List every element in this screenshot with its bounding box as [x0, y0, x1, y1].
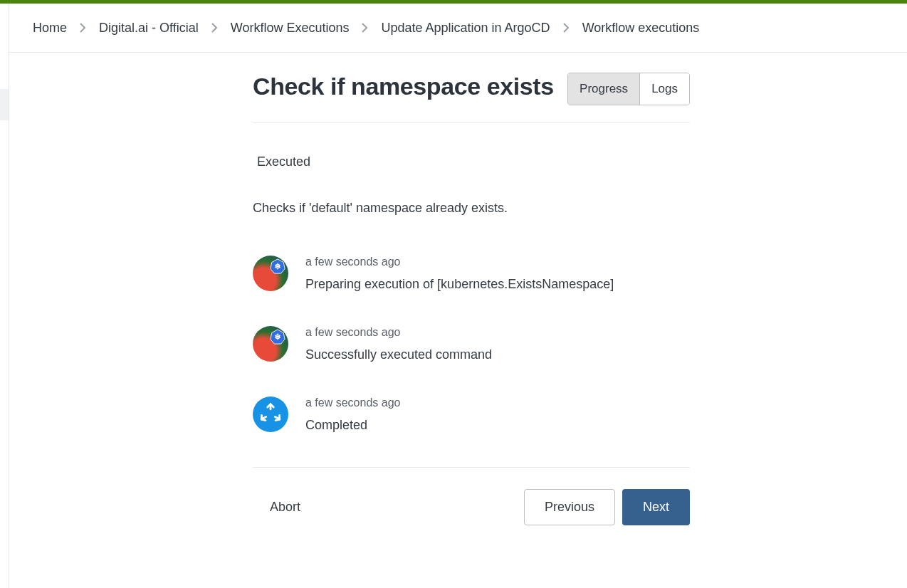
breadcrumb-workflow-executions[interactable]: Workflow Executions	[231, 21, 350, 36]
next-button[interactable]: Next	[622, 489, 690, 525]
log-item: a few seconds ago Preparing execution of…	[253, 256, 690, 292]
kubernetes-icon	[253, 256, 288, 291]
footer-actions: Abort Previous Next	[253, 467, 690, 525]
log-item-body: a few seconds ago Preparing execution of…	[305, 256, 614, 292]
abort-button[interactable]: Abort	[270, 500, 300, 515]
chevron-right-icon	[80, 23, 86, 33]
log-timestamp: a few seconds ago	[305, 256, 614, 268]
breadcrumb-digitalai[interactable]: Digital.ai - Official	[99, 21, 199, 36]
breadcrumb-current[interactable]: Workflow executions	[582, 21, 700, 36]
breadcrumb-home[interactable]: Home	[33, 21, 67, 36]
log-timestamp: a few seconds ago	[305, 397, 400, 409]
nav-buttons: Previous Next	[524, 489, 690, 525]
chevron-right-icon	[211, 23, 218, 33]
left-rail-active-indicator	[0, 89, 9, 120]
completed-icon	[253, 397, 288, 432]
chevron-right-icon	[362, 23, 368, 33]
status-description: Checks if 'default' namespace already ex…	[253, 201, 690, 216]
log-item: a few seconds ago Completed	[253, 397, 690, 433]
log-timestamp: a few seconds ago	[305, 326, 492, 339]
kubernetes-icon	[253, 326, 288, 362]
view-tabs: Progress Logs	[567, 73, 690, 105]
log-item-body: a few seconds ago Completed	[305, 397, 400, 433]
previous-button[interactable]: Previous	[524, 489, 615, 525]
breadcrumb: Home Digital.ai - Official Workflow Exec…	[9, 4, 907, 53]
log-message: Completed	[305, 418, 400, 433]
tab-progress[interactable]: Progress	[568, 73, 639, 105]
status-section: Executed Checks if 'default' namespace a…	[253, 123, 690, 433]
log-message: Preparing execution of [kubernetes.Exist…	[305, 277, 614, 292]
chevron-right-icon	[563, 23, 570, 33]
left-rail	[0, 4, 9, 588]
main-area: Check if namespace exists Progress Logs …	[9, 53, 907, 525]
log-message: Successfully executed command	[305, 347, 492, 362]
log-item: a few seconds ago Successfully executed …	[253, 326, 690, 362]
page-title: Check if namespace exists	[253, 73, 554, 100]
breadcrumb-update-app-argocd[interactable]: Update Application in ArgoCD	[381, 21, 550, 36]
status-badge: Executed	[257, 154, 690, 169]
log-item-body: a few seconds ago Successfully executed …	[305, 326, 492, 362]
tab-logs[interactable]: Logs	[639, 73, 689, 105]
title-row: Check if namespace exists Progress Logs	[253, 73, 690, 123]
content-panel: Check if namespace exists Progress Logs …	[253, 73, 690, 525]
